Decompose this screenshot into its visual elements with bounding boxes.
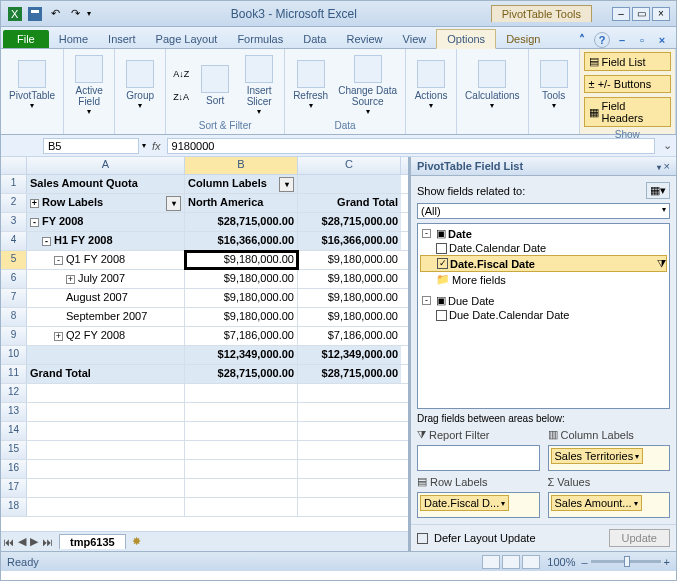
col-header-c[interactable]: C (298, 157, 401, 174)
cell[interactable] (185, 403, 298, 421)
formula-bar[interactable]: 9180000 (167, 138, 655, 154)
help-icon[interactable]: ? (594, 32, 610, 48)
new-sheet-icon[interactable]: ✸ (132, 535, 141, 548)
select-all-corner[interactable] (1, 157, 27, 174)
calculations-button[interactable]: Calculations▾ (461, 58, 523, 112)
name-box[interactable]: B5 (43, 138, 139, 154)
tree-cal[interactable]: Date.Calendar Date (449, 242, 546, 254)
undo-icon[interactable]: ↶ (47, 6, 63, 22)
workbook-minimize-icon[interactable]: – (614, 32, 630, 48)
tree-duecal[interactable]: Due Date.Calendar Date (449, 309, 569, 321)
field-list-toggle[interactable]: ▤Field List (584, 52, 671, 71)
cell[interactable] (298, 175, 401, 193)
cell[interactable]: Column Labels▾ (185, 175, 298, 193)
tab-home[interactable]: Home (49, 30, 98, 48)
pivottable-button[interactable]: PivotTable▾ (5, 58, 59, 112)
cell[interactable]: -Q1 FY 2008 (27, 251, 185, 269)
sheet-nav-next[interactable]: ▶ (28, 535, 40, 548)
tab-design[interactable]: Design (496, 30, 550, 48)
cell[interactable] (185, 498, 298, 516)
cell[interactable]: North America (185, 194, 298, 212)
row-token[interactable]: Date.Fiscal D...▾ (420, 495, 509, 511)
cell[interactable] (27, 422, 185, 440)
cell[interactable]: -H1 FY 2008 (27, 232, 185, 250)
cell[interactable]: $7,186,000.00 (185, 327, 298, 345)
col-token[interactable]: Sales Territories▾ (551, 448, 644, 464)
cell[interactable]: $28,715,000.00 (185, 213, 298, 231)
sheet-tab[interactable]: tmp6135 (59, 534, 126, 549)
row-header[interactable]: 10 (1, 346, 27, 364)
qat-dropdown-icon[interactable]: ▾ (87, 9, 91, 18)
cell[interactable]: $28,715,000.00 (298, 365, 401, 383)
zoom-slider[interactable] (591, 560, 661, 563)
cell[interactable]: $12,349,000.00 (185, 346, 298, 364)
cell[interactable]: $28,715,000.00 (185, 365, 298, 383)
cell[interactable] (185, 422, 298, 440)
report-filter-area[interactable] (417, 445, 540, 471)
expand-icon[interactable]: + (54, 332, 63, 341)
expand-icon[interactable]: - (30, 218, 39, 227)
row-header[interactable]: 11 (1, 365, 27, 383)
row-header[interactable]: 18 (1, 498, 27, 516)
cell[interactable]: +Row Labels▾ (27, 194, 185, 212)
cell[interactable] (298, 460, 401, 478)
row-header[interactable]: 4 (1, 232, 27, 250)
column-labels-area[interactable]: Sales Territories▾ (548, 445, 671, 471)
cell[interactable]: -FY 2008 (27, 213, 185, 231)
row-header[interactable]: 2 (1, 194, 27, 212)
tree-more[interactable]: More fields (452, 274, 506, 286)
cell[interactable]: Grand Total (27, 365, 185, 383)
cell[interactable] (298, 384, 401, 402)
row-header[interactable]: 12 (1, 384, 27, 402)
cell[interactable] (185, 441, 298, 459)
cell[interactable] (27, 479, 185, 497)
refresh-button[interactable]: Refresh▾ (289, 58, 332, 112)
change-data-source-button[interactable]: Change Data Source▾ (334, 53, 401, 118)
formula-expand-icon[interactable]: ⌄ (659, 139, 676, 152)
sort-desc-button[interactable]: Z↓A (170, 86, 192, 108)
cell[interactable]: +Q2 FY 2008 (27, 327, 185, 345)
fx-icon[interactable]: fx (146, 140, 167, 152)
cell[interactable]: Grand Total (298, 194, 401, 212)
update-button[interactable]: Update (609, 529, 670, 547)
checkbox-checked[interactable]: ✓ (437, 258, 448, 269)
expand-icon[interactable]: - (42, 237, 51, 246)
cell[interactable] (298, 498, 401, 516)
cell[interactable]: $28,715,000.00 (298, 213, 401, 231)
zoom-level[interactable]: 100% (547, 556, 575, 568)
tools-button[interactable]: Tools▾ (533, 58, 575, 112)
expand-icon[interactable]: + (30, 199, 39, 208)
cell[interactable] (27, 460, 185, 478)
tab-options[interactable]: Options (436, 29, 496, 49)
checkbox-unchecked[interactable] (436, 310, 447, 321)
tab-page-layout[interactable]: Page Layout (146, 30, 228, 48)
restore-button[interactable]: ▭ (632, 7, 650, 21)
save-icon[interactable] (27, 6, 43, 22)
expand-icon[interactable]: - (54, 256, 63, 265)
normal-view-button[interactable] (482, 555, 500, 569)
minimize-button[interactable]: – (612, 7, 630, 21)
cell[interactable]: August 2007 (27, 289, 185, 307)
collapse-icon[interactable]: - (422, 229, 431, 238)
row-header[interactable]: 17 (1, 479, 27, 497)
collapse-icon[interactable]: - (422, 296, 431, 305)
filter-icon[interactable]: ⧩ (657, 257, 666, 270)
zoom-out-button[interactable]: – (581, 556, 587, 568)
sort-asc-button[interactable]: A↓Z (170, 63, 192, 85)
checkbox-unchecked[interactable] (436, 243, 447, 254)
row-header[interactable]: 16 (1, 460, 27, 478)
cell[interactable] (27, 403, 185, 421)
tab-view[interactable]: View (393, 30, 437, 48)
values-area[interactable]: Sales Amount...▾ (548, 492, 671, 518)
cell[interactable]: $12,349,000.00 (298, 346, 401, 364)
redo-icon[interactable]: ↷ (67, 6, 83, 22)
filter-dropdown-icon[interactable]: ▾ (166, 196, 181, 211)
sheet-nav-prev[interactable]: ◀ (16, 535, 28, 548)
group-button[interactable]: Group▾ (119, 58, 161, 112)
cell[interactable]: $9,180,000.00 (185, 289, 298, 307)
insert-slicer-button[interactable]: Insert Slicer▾ (238, 53, 280, 118)
cell[interactable]: September 2007 (27, 308, 185, 326)
field-headers-toggle[interactable]: ▦Field Headers (584, 97, 671, 127)
cell[interactable]: $9,180,000.00 (185, 251, 298, 269)
col-header-b[interactable]: B (185, 157, 298, 174)
